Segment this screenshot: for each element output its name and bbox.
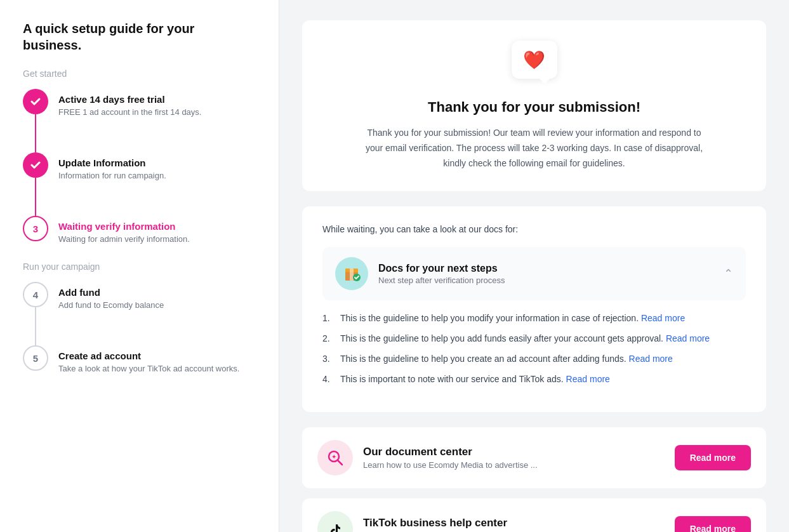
docs-card-icon: [335, 257, 368, 290]
guideline-1-read-more[interactable]: Read more: [641, 313, 685, 323]
guideline-item-1: 1. This is the guideline to help you mod…: [322, 313, 746, 323]
step-5-content: Create ad account Take a look at how you…: [58, 345, 239, 383]
tiktok-help-title: TikTok business help center: [363, 517, 665, 529]
guideline-3-text: This is the guideline to help you create…: [340, 354, 673, 364]
guideline-2-num: 2.: [322, 333, 335, 343]
svg-rect-2: [350, 269, 354, 281]
tiktok-help-read-more-button[interactable]: Read more: [675, 516, 751, 532]
svg-line-5: [338, 460, 342, 465]
step-2-icon-col: [23, 152, 48, 216]
step-1-icon-col: [23, 89, 48, 152]
tiktok-logo-icon: [326, 519, 345, 532]
step-5-desc: Take a look at how your TikTok ad accoun…: [58, 364, 239, 373]
step-2-line: [35, 178, 36, 216]
step-1: Active 14 days free trial FREE 1 ad acco…: [23, 89, 256, 152]
guideline-4-text: This is important to note with our servi…: [340, 374, 610, 384]
step-5-icon-col: 5: [23, 345, 48, 371]
step-1-check-icon: [30, 96, 41, 107]
step-4-icon-col: 4: [23, 282, 48, 345]
guideline-2-text: This is the guideline to help you add fu…: [340, 333, 710, 343]
doc-center-desc: Learn how to use Ecomdy Media to adverti…: [363, 460, 665, 470]
step-4-circle: 4: [23, 282, 48, 307]
heart-bubble-icon: ❤️: [512, 41, 557, 79]
guideline-item-3: 3. This is the guideline to help you cre…: [322, 354, 746, 364]
campaign-steps: 4 Add fund Add fund to Ecomdy balance 5 …: [23, 282, 256, 383]
step-4: 4 Add fund Add fund to Ecomdy balance: [23, 282, 256, 345]
svg-text:✦: ✦: [331, 453, 336, 460]
submission-title: Thank you for your submission!: [328, 99, 741, 116]
guideline-1-num: 1.: [322, 313, 335, 323]
doc-center-content: Our document center Learn how to use Eco…: [363, 446, 665, 470]
step-5-number: 5: [33, 353, 38, 364]
tiktok-help-content: TikTok business help center Advertising …: [363, 517, 665, 532]
step-5: 5 Create ad account Take a look at how y…: [23, 345, 256, 383]
docs-section: While waiting, you can take a look at ou…: [302, 206, 766, 412]
step-2-title: Update Information: [58, 157, 166, 168]
guideline-1-text: This is the guideline to help you modify…: [340, 313, 685, 323]
step-4-line: [35, 307, 36, 345]
step-3-desc: Waiting for admin verify information.: [58, 234, 190, 244]
step-3-circle: 3: [23, 216, 48, 241]
step-4-number: 4: [33, 289, 38, 300]
svg-point-7: [327, 521, 343, 532]
waiting-text: While waiting, you can take a look at ou…: [322, 224, 746, 234]
page-title: A quick setup guide for your business.: [23, 20, 256, 53]
docs-package-icon: [341, 263, 362, 284]
step-3-title: Waiting verify information: [58, 221, 190, 232]
step-5-circle: 5: [23, 345, 48, 371]
get-started-steps: Active 14 days free trial FREE 1 ad acco…: [23, 89, 256, 256]
step-1-circle: [23, 89, 48, 114]
step-3-number: 3: [33, 223, 38, 234]
submission-desc: Thank you for your submission! Our team …: [363, 126, 706, 171]
left-panel: A quick setup guide for your business. G…: [0, 0, 279, 532]
docs-card-subtitle: Next step after verification process: [378, 276, 713, 285]
guideline-item-4: 4. This is important to note with our se…: [322, 374, 746, 384]
right-panel: ❤️ Thank you for your submission! Thank …: [279, 0, 789, 532]
docs-next-steps-card[interactable]: Docs for your next steps Next step after…: [322, 247, 746, 300]
docs-card-title: Docs for your next steps: [378, 263, 713, 274]
section-get-started-label: Get started: [23, 69, 256, 79]
guideline-3-read-more[interactable]: Read more: [629, 354, 673, 364]
step-2-check-icon: [30, 159, 41, 171]
step-4-content: Add fund Add fund to Ecomdy balance: [58, 282, 164, 335]
step-3-content: Waiting verify information Waiting for a…: [58, 216, 190, 256]
step-2-content: Update Information Information for run c…: [58, 152, 166, 206]
magnify-star-icon: ✦: [326, 448, 345, 467]
step-3-icon-col: 3: [23, 216, 48, 241]
guideline-4-read-more[interactable]: Read more: [566, 374, 610, 384]
tiktok-help-card: TikTok business help center Advertising …: [302, 498, 766, 532]
tiktok-icon: [317, 511, 353, 532]
step-5-title: Create ad account: [58, 350, 239, 361]
step-1-content: Active 14 days free trial FREE 1 ad acco…: [58, 89, 201, 142]
step-2: Update Information Information for run c…: [23, 152, 256, 216]
guideline-item-2: 2. This is the guideline to help you add…: [322, 333, 746, 343]
guideline-list: 1. This is the guideline to help you mod…: [322, 313, 746, 384]
docs-card-content: Docs for your next steps Next step after…: [378, 263, 713, 285]
step-2-circle: [23, 152, 48, 178]
guideline-4-num: 4.: [322, 374, 335, 384]
step-2-desc: Information for run campaign.: [58, 171, 166, 180]
step-3: 3 Waiting verify information Waiting for…: [23, 216, 256, 256]
heart-emoji: ❤️: [523, 50, 545, 70]
doc-center-icon: ✦: [317, 440, 353, 475]
step-1-title: Active 14 days free trial: [58, 94, 201, 105]
step-4-desc: Add fund to Ecomdy balance: [58, 300, 164, 310]
doc-center-title: Our document center: [363, 446, 665, 458]
section-run-campaign-label: Run your campaign: [23, 262, 256, 272]
guideline-3-num: 3.: [322, 354, 335, 364]
guideline-2-read-more[interactable]: Read more: [666, 333, 710, 343]
step-4-title: Add fund: [58, 287, 164, 298]
step-1-line: [35, 114, 36, 152]
doc-center-card: ✦ Our document center Learn how to use E…: [302, 427, 766, 488]
doc-center-read-more-button[interactable]: Read more: [675, 445, 751, 470]
step-1-desc: FREE 1 ad account in the first 14 days.: [58, 107, 201, 117]
submission-card: ❤️ Thank you for your submission! Thank …: [302, 20, 766, 191]
chevron-up-icon: ⌃: [724, 267, 733, 281]
